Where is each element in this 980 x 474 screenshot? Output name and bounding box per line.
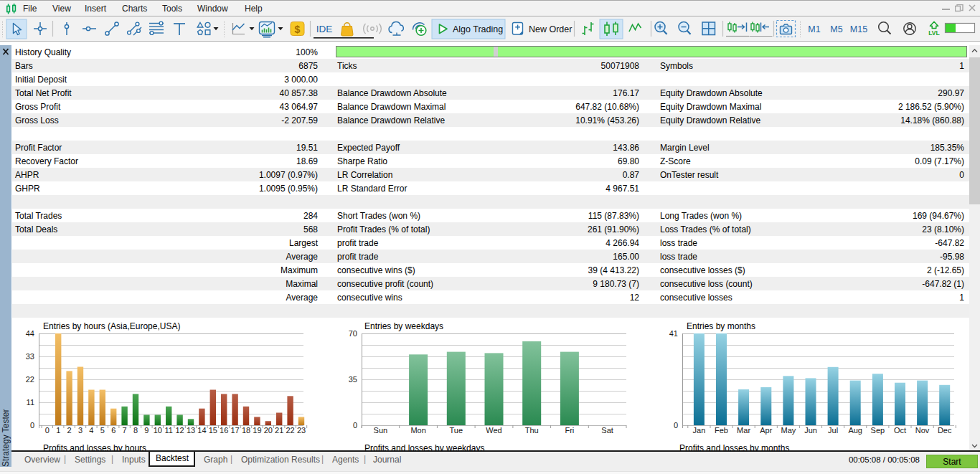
svg-text:22: 22 — [26, 375, 34, 384]
svg-text:Aug: Aug — [848, 426, 862, 435]
svg-text:22: 22 — [286, 426, 294, 435]
svg-text:2: 2 — [67, 426, 72, 435]
svg-text:19: 19 — [253, 426, 261, 435]
svg-text:16: 16 — [220, 426, 228, 435]
svg-text:13: 13 — [187, 426, 195, 435]
svg-text:5: 5 — [100, 426, 105, 435]
svg-text:IDE: IDE — [316, 24, 333, 34]
svg-text:Algo Trading: Algo Trading — [453, 24, 503, 34]
svg-text:Tue: Tue — [450, 426, 463, 435]
svg-text:6: 6 — [111, 426, 116, 435]
svg-text:4: 4 — [89, 426, 93, 435]
svg-text:0: 0 — [30, 421, 34, 430]
svg-text:44: 44 — [26, 329, 34, 338]
svg-text:12: 12 — [175, 426, 184, 435]
svg-text:23: 23 — [297, 426, 306, 435]
svg-text:11: 11 — [164, 426, 172, 435]
svg-text:15: 15 — [209, 426, 217, 435]
svg-text:8: 8 — [133, 426, 138, 435]
svg-text:7: 7 — [123, 426, 127, 435]
svg-text:Dec: Dec — [938, 426, 952, 435]
svg-text:Feb: Feb — [715, 426, 728, 435]
svg-text:Apr: Apr — [760, 426, 772, 435]
svg-text:21: 21 — [275, 426, 283, 435]
svg-text:41: 41 — [669, 329, 678, 338]
svg-text:Sun: Sun — [374, 426, 388, 435]
svg-text:0: 0 — [45, 426, 50, 435]
svg-text:3: 3 — [78, 426, 83, 435]
svg-text:33: 33 — [26, 352, 34, 361]
svg-text:9: 9 — [144, 426, 149, 435]
svg-text:M15: M15 — [850, 24, 867, 34]
svg-text:0: 0 — [674, 421, 678, 430]
svg-text:LVL: LVL — [928, 29, 939, 37]
svg-text:Jul: Jul — [828, 426, 838, 435]
svg-text:New Order: New Order — [529, 24, 572, 34]
svg-text:1: 1 — [56, 426, 60, 435]
svg-text:Sat: Sat — [601, 426, 613, 435]
svg-text:Strategy Tester: Strategy Tester — [1, 409, 11, 467]
svg-text:70: 70 — [349, 329, 357, 338]
svg-text:Fri: Fri — [565, 426, 574, 435]
svg-text:18: 18 — [242, 426, 250, 435]
svg-text:Sep: Sep — [871, 426, 885, 435]
svg-text:35: 35 — [349, 375, 357, 384]
svg-text:$: $ — [295, 24, 301, 35]
svg-text:May: May — [781, 426, 796, 435]
svg-text:Jun: Jun — [804, 426, 817, 435]
svg-text:Mar: Mar — [737, 426, 750, 435]
svg-text:Wed: Wed — [486, 426, 501, 435]
svg-text:11: 11 — [27, 398, 34, 407]
svg-text:Thu: Thu — [525, 426, 539, 435]
svg-text:M1: M1 — [808, 24, 820, 34]
svg-text:10: 10 — [154, 426, 162, 435]
svg-text:M5: M5 — [830, 24, 842, 34]
svg-text:Mon: Mon — [410, 426, 425, 435]
svg-text:17: 17 — [230, 426, 239, 435]
svg-text:0: 0 — [353, 421, 357, 430]
svg-text:20: 20 — [264, 426, 273, 435]
svg-text:Oct: Oct — [894, 426, 906, 435]
svg-text:14: 14 — [197, 426, 206, 435]
svg-text:Jan: Jan — [693, 426, 706, 435]
svg-text:Nov: Nov — [915, 426, 930, 435]
